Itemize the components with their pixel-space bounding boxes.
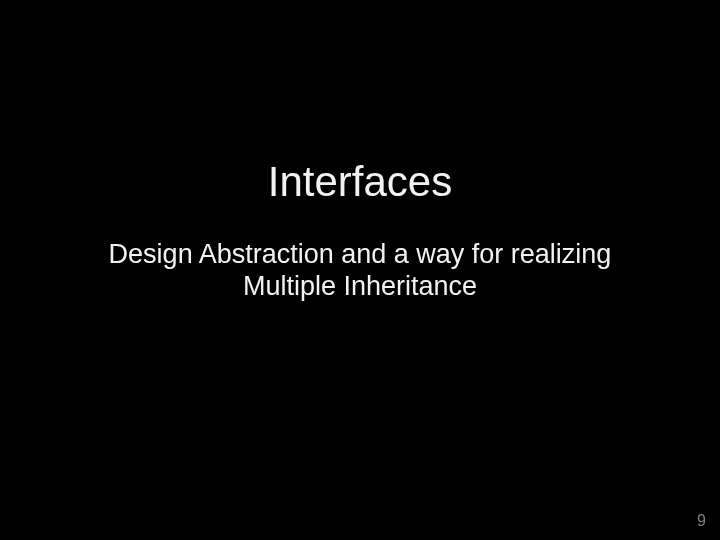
slide-title: Interfaces	[0, 158, 720, 206]
page-number: 9	[697, 512, 706, 530]
slide-subtitle: Design Abstraction and a way for realizi…	[0, 238, 720, 303]
